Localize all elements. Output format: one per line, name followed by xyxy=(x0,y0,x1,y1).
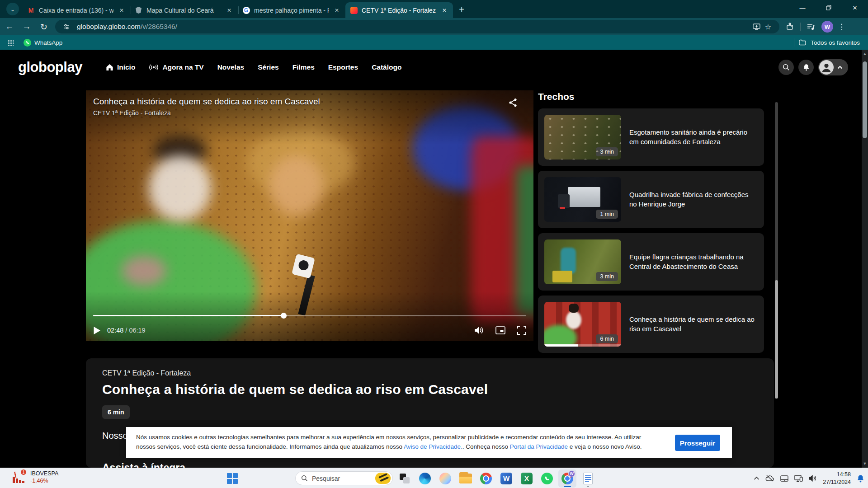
proceed-button[interactable]: Prosseguir xyxy=(675,435,720,451)
tab-mapa-cultural[interactable]: Mapa Cultural do Ceará ✕ xyxy=(130,2,238,18)
apps-grid-icon[interactable] xyxy=(7,39,14,46)
file-explorer-app[interactable] xyxy=(457,469,475,488)
tab-close-icon[interactable]: ✕ xyxy=(118,6,126,14)
home-icon xyxy=(106,64,113,71)
taskbar-clock[interactable]: 14:58 27/11/2024 xyxy=(823,471,851,486)
onedrive-paused-icon[interactable] xyxy=(765,475,774,482)
sidebar-scrollbar[interactable] xyxy=(775,102,778,399)
toolbar-separator xyxy=(800,23,801,31)
pip-icon[interactable] xyxy=(495,326,505,334)
taskbar-search-box[interactable]: Pesquisar xyxy=(295,471,393,485)
browser-profile-avatar[interactable]: W xyxy=(821,21,833,33)
tab-google-search[interactable]: G mestre palhaço pimenta - Pesq ✕ xyxy=(238,2,345,18)
all-bookmarks-label: Todos os favoritos xyxy=(811,39,860,46)
page-scrollbar[interactable]: ▲ ▼ xyxy=(862,50,868,468)
search-highlight-art xyxy=(375,473,391,484)
chevron-up-icon xyxy=(837,66,843,69)
install-app-icon[interactable] xyxy=(750,21,762,33)
chrome-profile-app-active[interactable]: W xyxy=(558,469,576,488)
user-avatar xyxy=(819,60,834,75)
trecho-card-2[interactable]: 1 min Quadrilha invade fábrica de confec… xyxy=(538,171,764,228)
privacy-notice-link[interactable]: Aviso de Privacidade. xyxy=(404,443,462,450)
video-player[interactable]: Conheça a história de quem se dedica ao … xyxy=(86,90,533,341)
player-progress-bar[interactable] xyxy=(93,315,526,316)
whatsapp-app[interactable] xyxy=(538,469,556,488)
task-view-button[interactable] xyxy=(396,469,414,488)
site-search-button[interactable] xyxy=(778,60,794,75)
browser-menu-icon[interactable]: ⋮ xyxy=(838,22,845,32)
tab-globoplay-active[interactable]: CETV 1ª Edição - Fortaleza | Co ✕ xyxy=(345,2,453,18)
minimize-button[interactable]: — xyxy=(789,0,816,15)
forward-button[interactable]: → xyxy=(19,19,34,34)
watch-progress-bar xyxy=(544,344,621,347)
edge-app[interactable] xyxy=(416,469,434,488)
all-bookmarks[interactable]: Todos os favoritos xyxy=(794,38,860,47)
nav-inicio[interactable]: Início xyxy=(106,63,135,71)
touchpad-icon[interactable] xyxy=(780,475,788,482)
stocks-widget[interactable]: 1 IBOVESPA -1,46% xyxy=(12,470,58,485)
tab-title: mestre palhaço pimenta - Pesq xyxy=(254,7,329,14)
chrome-app[interactable] xyxy=(477,469,495,488)
nav-novelas[interactable]: Novelas xyxy=(217,63,244,71)
back-button[interactable]: ← xyxy=(2,19,17,34)
tab-close-icon[interactable]: ✕ xyxy=(225,6,233,14)
word-document-app[interactable] xyxy=(579,469,597,488)
nav-series[interactable]: Séries xyxy=(258,63,279,71)
playhead-knob[interactable] xyxy=(281,313,287,319)
copilot-app[interactable] xyxy=(436,469,454,488)
notifications-button[interactable] xyxy=(798,60,814,75)
share-icon[interactable] xyxy=(508,98,518,109)
windows-logo-icon xyxy=(227,473,238,484)
tab-close-icon[interactable]: ✕ xyxy=(440,6,448,14)
restore-button[interactable] xyxy=(816,0,842,15)
player-video-title: Conheça a história de quem se dedica ao … xyxy=(93,97,320,107)
reload-button[interactable]: ↻ xyxy=(36,19,52,34)
site-info-icon[interactable] xyxy=(61,21,72,33)
start-button[interactable] xyxy=(225,471,240,485)
nav-agora-na-tv[interactable]: Agora na TV xyxy=(149,63,203,71)
tab-title: Mapa Cultural do Ceará xyxy=(146,7,221,14)
volume-icon[interactable] xyxy=(809,475,817,482)
notification-bell-icon[interactable] xyxy=(857,474,864,483)
trecho-card-3[interactable]: 3 min Equipe flagra crianças trabalhando… xyxy=(538,233,764,291)
volume-icon[interactable] xyxy=(474,326,484,334)
tab-search-button[interactable]: ⌄ xyxy=(6,3,19,15)
nav-catalogo[interactable]: Catálogo xyxy=(372,63,401,71)
fullscreen-icon[interactable] xyxy=(517,326,526,335)
tab-close-icon[interactable]: ✕ xyxy=(333,6,341,14)
media-controls-icon[interactable] xyxy=(805,21,817,33)
tab-gmail[interactable]: M Caixa de entrada (136) - wiltons ✕ xyxy=(23,2,130,18)
globoplay-logo[interactable]: globoplay xyxy=(18,59,82,75)
privacy-portal-link[interactable]: Portal da Privacidade xyxy=(510,443,568,450)
sidebar-scrollbar-thumb[interactable] xyxy=(775,280,778,399)
play-button[interactable] xyxy=(93,326,101,335)
player-controls: 02:48 / 06:19 xyxy=(93,323,526,338)
page-scrollbar-thumb[interactable] xyxy=(863,61,867,138)
nav-esportes[interactable]: Esportes xyxy=(328,63,358,71)
duration-badge: 3 min xyxy=(596,147,618,156)
bookmark-whatsapp[interactable]: WhatsApp xyxy=(24,39,62,47)
bookmark-label: WhatsApp xyxy=(34,39,62,46)
new-tab-button[interactable]: + xyxy=(455,3,468,16)
nav-filmes[interactable]: Filmes xyxy=(292,63,315,71)
word-app[interactable]: W xyxy=(497,469,515,488)
close-window-button[interactable]: ✕ xyxy=(842,0,868,15)
search-icon xyxy=(783,64,790,71)
browser-tabstrip: ⌄ M Caixa de entrada (136) - wiltons ✕ M… xyxy=(0,0,868,18)
excel-app[interactable]: X xyxy=(518,469,536,488)
bell-icon xyxy=(803,64,810,71)
scroll-up-arrow[interactable]: ▲ xyxy=(862,51,868,57)
scroll-down-arrow[interactable]: ▼ xyxy=(862,460,868,467)
url-text[interactable]: globoplay.globo.com/v/2865346/ xyxy=(77,23,750,31)
trecho-card-4-current[interactable]: 6 min Conheça a história de quem se dedi… xyxy=(538,296,764,353)
trecho-card-1[interactable]: 3 min Esgotamento sanitário ainda é prec… xyxy=(538,108,764,166)
tray-chevron-icon[interactable] xyxy=(754,476,760,480)
account-menu[interactable] xyxy=(818,59,848,75)
address-bar[interactable]: globoplay.globo.com/v/2865346/ ☆ xyxy=(55,20,779,33)
duration-badge: 3 min xyxy=(596,272,618,281)
cast-display-icon[interactable] xyxy=(794,475,803,482)
screen: ⌄ M Caixa de entrada (136) - wiltons ✕ M… xyxy=(0,0,868,488)
copilot-icon xyxy=(439,473,451,484)
bookmark-star-icon[interactable]: ☆ xyxy=(762,21,774,33)
extensions-puzzle-icon[interactable] xyxy=(784,21,796,33)
